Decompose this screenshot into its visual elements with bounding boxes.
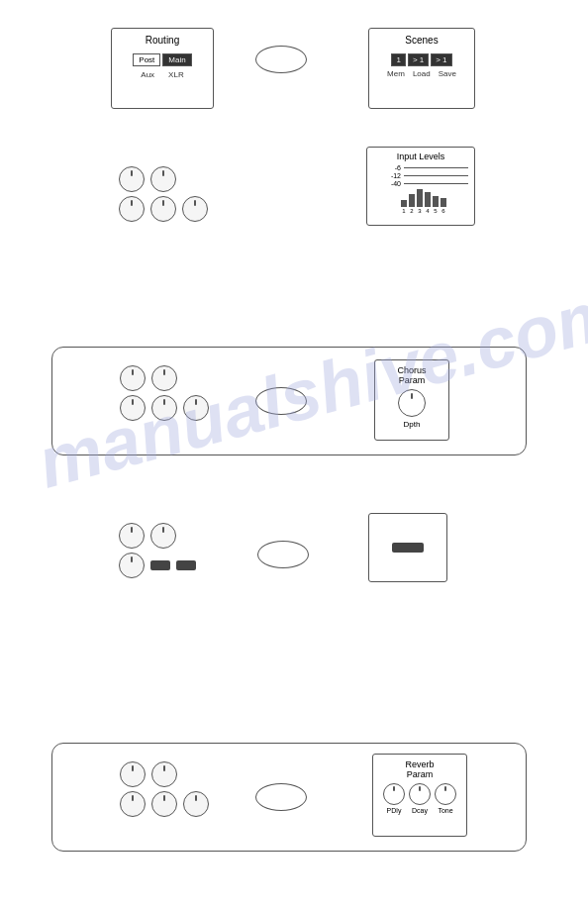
reverb-label-dcay: Dcay xyxy=(409,807,431,814)
knob-m-2[interactable] xyxy=(150,523,176,549)
knob-c-4[interactable] xyxy=(151,395,177,421)
routing-post-button[interactable]: Post xyxy=(133,53,160,66)
scenes-btn-1[interactable]: 1 xyxy=(391,53,405,66)
reverb-knob-tone[interactable] xyxy=(435,783,456,805)
bar-chart xyxy=(401,189,468,207)
knob-c-1[interactable] xyxy=(120,365,146,391)
scenes-btn-pipe[interactable]: > 1 xyxy=(431,53,451,66)
scenes-btn-arrow[interactable]: > 1 xyxy=(408,53,429,66)
level-line-neg12: -12 xyxy=(385,172,468,179)
knob-c-5[interactable] xyxy=(183,395,209,421)
input-levels-title: Input Levels xyxy=(373,152,468,161)
bar-num-4: 4 xyxy=(425,208,431,214)
knob-c-3[interactable] xyxy=(120,395,146,421)
scenes-box: Scenes 1 > 1 > 1 Mem Load Save xyxy=(368,28,475,109)
knob-1-4[interactable] xyxy=(150,196,176,222)
knob-group-chorus xyxy=(120,365,209,425)
knob-group-mid xyxy=(119,523,196,582)
knob-1-1[interactable] xyxy=(119,166,145,192)
oval-button-chorus[interactable] xyxy=(255,387,307,415)
knob-m-3[interactable] xyxy=(119,553,145,578)
routing-buttons: Post Main xyxy=(112,53,213,66)
knob-r-2[interactable] xyxy=(151,761,177,787)
chorus-param-title: Chorus xyxy=(380,365,443,375)
knob-1-5[interactable] xyxy=(182,196,208,222)
bar-num-3: 3 xyxy=(417,208,423,214)
knob-r-4[interactable] xyxy=(151,791,177,817)
bar-numbers: 123456 xyxy=(401,208,468,214)
reverb-label-pdly: PDly xyxy=(383,807,405,814)
knob-row-ma xyxy=(119,523,196,549)
knob-r-3[interactable] xyxy=(120,791,146,817)
knob-1-2[interactable] xyxy=(150,166,176,192)
level-label-neg6: -6 xyxy=(385,164,401,171)
oval-button-mid[interactable] xyxy=(257,541,309,568)
routing-title: Routing xyxy=(112,35,213,46)
input-levels-box: Input Levels -6 -12 -40 123456 xyxy=(366,147,475,226)
mid-right-box xyxy=(368,513,447,582)
reverb-param-sub: Param xyxy=(378,769,461,779)
chorus-param-sub: Param xyxy=(380,375,443,385)
knob-c-2[interactable] xyxy=(151,365,177,391)
scenes-title: Scenes xyxy=(369,35,474,46)
knob-group-1 xyxy=(119,166,208,226)
knob-m-1[interactable] xyxy=(119,523,145,549)
chorus-param-box: Chorus Param Dpth xyxy=(374,359,449,441)
routing-xlr-label: XLR xyxy=(168,70,184,79)
reverb-labels-row: PDly Dcay Tone xyxy=(378,807,461,814)
bar-3 xyxy=(417,189,423,207)
bar-4 xyxy=(425,192,431,207)
scenes-save-label: Save xyxy=(439,69,456,78)
knob-row-rb xyxy=(120,791,209,817)
scenes-load-label: Load xyxy=(413,69,431,78)
bar-1 xyxy=(401,200,407,207)
reverb-label-tone: Tone xyxy=(435,807,456,814)
knob-row-mb xyxy=(119,553,196,578)
bar-num-2: 2 xyxy=(409,208,415,214)
reverb-effect-box: Reverb Param PDly Dcay Tone xyxy=(51,743,527,852)
level-label-neg12: -12 xyxy=(385,172,401,179)
reverb-param-box: Reverb Param PDly Dcay Tone xyxy=(372,754,467,837)
dark-rect-1 xyxy=(150,560,170,570)
knob-row-ca xyxy=(120,365,209,391)
routing-main-button[interactable]: Main xyxy=(162,53,191,66)
level-line-neg6: -6 xyxy=(385,164,468,171)
knob-r-1[interactable] xyxy=(120,761,146,787)
oval-button-top[interactable] xyxy=(255,46,307,73)
knob-row-ra xyxy=(120,761,209,787)
level-bar-neg12 xyxy=(404,175,468,176)
routing-aux-label: Aux xyxy=(141,70,154,79)
scenes-buttons: 1 > 1 > 1 xyxy=(369,53,474,66)
level-bar-neg40 xyxy=(404,183,468,184)
knob-row-1b xyxy=(119,196,208,222)
routing-labels: Aux XLR xyxy=(112,70,213,79)
bar-num-1: 1 xyxy=(401,208,407,214)
knob-row-1a xyxy=(119,166,208,192)
bar-5 xyxy=(433,196,439,207)
dark-rect-2 xyxy=(176,560,196,570)
scenes-labels: Mem Load Save xyxy=(369,69,474,78)
chorus-param-label: Dpth xyxy=(380,420,443,429)
oval-button-reverb[interactable] xyxy=(255,783,307,811)
scenes-mem-label: Mem xyxy=(387,69,405,78)
bar-num-5: 5 xyxy=(433,208,439,214)
knob-row-cb xyxy=(120,395,209,421)
level-label-neg40: -40 xyxy=(385,180,401,187)
reverb-knob-dcay[interactable] xyxy=(409,783,431,805)
knob-r-5[interactable] xyxy=(183,791,209,817)
knob-group-reverb xyxy=(120,761,209,821)
chorus-depth-knob[interactable] xyxy=(398,389,426,417)
bar-2 xyxy=(409,194,415,207)
knob-1-3[interactable] xyxy=(119,196,145,222)
chorus-effect-box: Chorus Param Dpth xyxy=(51,347,527,455)
routing-box: Routing Post Main Aux XLR xyxy=(111,28,214,109)
levels-scale: -6 -12 -40 xyxy=(385,164,468,187)
reverb-knob-pdly[interactable] xyxy=(383,783,405,805)
level-bar-neg6 xyxy=(404,167,468,168)
bar-num-6: 6 xyxy=(441,208,446,214)
reverb-knobs-row xyxy=(378,783,461,805)
bar-6 xyxy=(441,198,446,207)
reverb-param-title: Reverb xyxy=(378,759,461,769)
mid-right-dark-rect xyxy=(392,543,424,553)
level-line-neg40: -40 xyxy=(385,180,468,187)
